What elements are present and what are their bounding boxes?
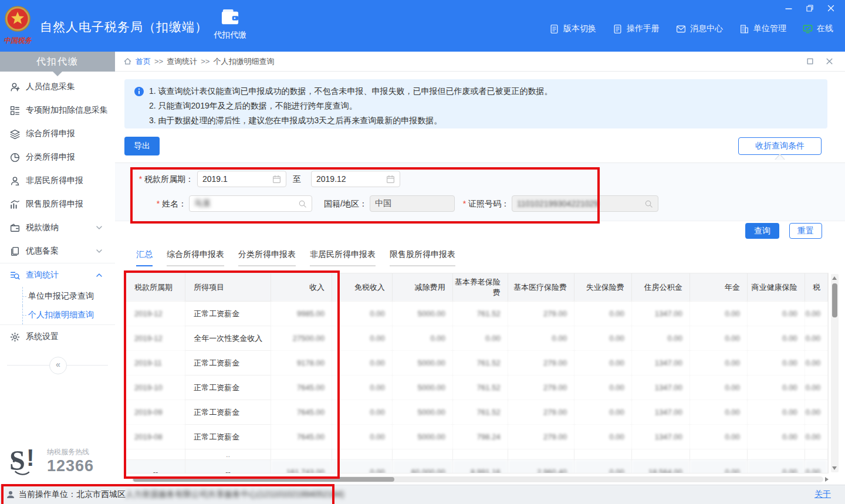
app-title: 自然人电子税务局（扣缴端） [40,19,208,35]
topbar-item-4[interactable]: 在线 [803,23,833,34]
query-button[interactable]: 查询 [745,223,779,239]
column-header-6: 基本医疗保险费 [508,273,574,302]
gear-icon [9,332,21,343]
cell-value-5: 0.00 [574,376,631,400]
calendar-icon[interactable] [272,175,281,184]
calendar-icon[interactable] [386,175,395,184]
vertical-scrollbar[interactable] [831,274,839,472]
cell-item: 正常工资薪金 [185,400,271,425]
cell-value-3: 761.52 [452,351,508,376]
tab-4[interactable]: 限售股所得申报表 [390,249,455,266]
sidebar-subitem-1[interactable]: 个人扣缴明细查询 [0,306,115,324]
sidebar-item-5[interactable]: 限售股所得申报 [0,192,115,216]
cell-value-0: 9178.00 [271,351,332,376]
search-icon[interactable] [298,199,307,208]
collapse-query-button[interactable]: 收折查询条件 [738,137,822,155]
tab-2[interactable]: 分类所得申报表 [238,249,296,266]
horizontal-scroll-thumb[interactable] [133,477,394,482]
tax-emblem-logo: 中国税务 [4,4,32,48]
vertical-scroll-thumb[interactable] [832,283,837,317]
nav-item-daikoudaijiao[interactable]: 代扣代缴 [207,8,254,40]
cell-value-6: 1347.00 [631,376,689,400]
sidebar-item-9[interactable]: 系统设置 [0,325,115,349]
reset-button[interactable]: 重置 [789,223,822,239]
summary-row[interactable]: ----161,743.000.0060,000.008,991.162,960… [126,460,828,474]
topbar-item-label: 操作手册 [627,23,660,34]
table-row[interactable]: 2019-12全年一次性奖金收入27500.000.000.000.000.00… [126,326,828,351]
close-icon[interactable] [825,4,837,13]
search-icon[interactable] [644,199,653,208]
cell-value-9: 0.00 [805,460,827,474]
scroll-down-arrow-icon[interactable] [832,466,837,470]
cell-value-0: 27500.00 [271,326,332,351]
panel-maximize-icon[interactable] [806,57,814,65]
layers-icon [9,128,21,140]
sidebar-item-6[interactable]: 税款缴纳 [0,216,115,239]
cell-value-1: 0.00 [332,302,393,326]
id-number-label: 证照号码： [459,195,509,212]
column-header-9: 年金 [689,273,747,302]
chevron-down-icon [96,224,103,231]
scroll-up-arrow-icon[interactable] [832,276,837,280]
sidebar-item-2[interactable]: 综合所得申报 [0,122,115,146]
topbar-item-0[interactable]: 版本切换 [549,23,596,34]
online-icon [803,24,813,34]
cell-value-8: 0.00 [747,460,805,474]
cell-value-4: 2,960.40 [508,460,574,474]
sidebar-item-7[interactable]: 优惠备案 [0,239,115,263]
period-to-field[interactable]: 2019.12 [311,171,400,187]
cell-value-7: 0.00 [689,376,747,400]
partial-cell [508,449,574,460]
topbar-item-1[interactable]: 操作手册 [613,23,660,34]
mail-icon [676,24,686,34]
cell-item: 正常工资薪金 [185,302,271,326]
breadcrumb-home-link[interactable]: 首页 [136,56,151,67]
tab-0[interactable]: 汇总 [136,249,153,266]
sidebar-item-label: 限售股所得申报 [26,199,108,209]
sidebar-item-4[interactable]: 非居民所得申报 [0,169,115,192]
cell-value-3: 761.52 [452,376,508,400]
cell-value-7: 0.00 [689,460,747,474]
tab-3[interactable]: 非居民所得申报表 [310,249,376,266]
cell-value-3: 761.52 [452,400,508,425]
sidebar-item-8[interactable]: 查询统计 [0,263,115,287]
cell-value-8: 0.00 [747,351,805,376]
panel-close-icon[interactable] [826,57,833,65]
sidebar-item-label: 综合所得申报 [26,128,108,139]
cell-value-4: 279.00 [508,351,574,376]
sidebar-item-3[interactable]: 分类所得申报 [0,146,115,169]
export-button[interactable]: 导出 [124,137,160,155]
panel-caret-inner [775,155,785,160]
table-row[interactable]: 2019-09正常工资薪金7645.000.005000.00761.52279… [126,400,828,425]
cell-value-2: 5000.00 [392,302,452,326]
about-link[interactable]: 关于 [814,489,831,500]
app-window: 中国税务 自然人电子税务局（扣缴端） 代扣代缴 版本切换操作手册消息中心单位管理… [0,0,845,504]
sidebar-item-1[interactable]: 专项附加扣除信息采集 [0,99,115,122]
name-field[interactable]: 马某 [189,195,312,212]
scroll-right-arrow-icon[interactable] [825,477,829,482]
sidebar-collapse-button[interactable]: « [49,357,67,374]
sidebar-item-0[interactable]: 人员信息采集 [0,75,115,99]
minimize-icon[interactable] [783,4,795,13]
period-from-field[interactable]: 2019.1 [197,171,286,187]
restore-icon[interactable] [804,4,816,13]
topbar-item-3[interactable]: 单位管理 [739,23,786,34]
sidebar-item-label: 非居民所得申报 [26,175,108,186]
column-header-2: 收入 [271,273,332,302]
cell-value-5: 0.00 [574,326,631,351]
table-row[interactable]: 2019-10正常工资薪金7645.000.005000.00761.52279… [126,376,828,400]
topbar-item-2[interactable]: 消息中心 [676,23,723,34]
cell-period: 2019-09 [126,400,185,425]
cell-value-2: 5000.00 [392,376,452,400]
sidebar-sublist: 单位申报记录查询个人扣缴明细查询 [0,287,115,325]
table-row[interactable]: 2019-08正常工资薪金7645.000.005000.00798.24279… [126,425,828,449]
cell-value-6: 18,564.00 [631,460,689,474]
horizontal-scrollbar[interactable] [132,476,823,482]
home-icon [123,57,132,66]
table-row[interactable]: 2019-12正常工资薪金9985.000.005000.00761.52279… [126,302,828,326]
sidebar-item-label: 税款缴纳 [26,222,96,233]
sidebar-subitem-0[interactable]: 单位申报记录查询 [0,287,115,306]
tab-1[interactable]: 综合所得申报表 [167,249,224,266]
table-row[interactable]: 2019-11正常工资薪金9178.000.005000.00761.52279… [126,351,828,376]
cell-value-6: 1347.00 [631,425,689,449]
